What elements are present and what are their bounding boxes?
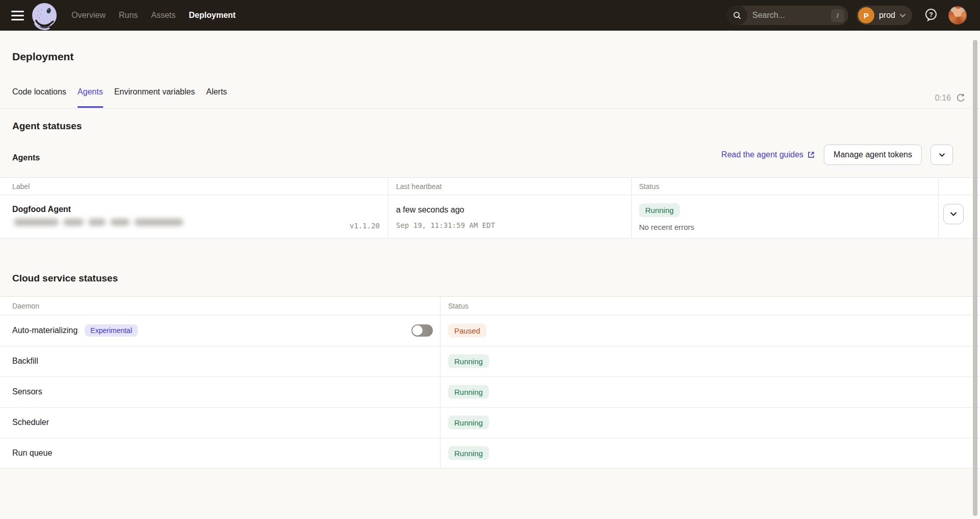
refresh-button[interactable] xyxy=(956,93,966,103)
agent-guides-link-label: Read the agent guides xyxy=(721,150,803,159)
daemon-name: Auto-materializing xyxy=(12,326,78,335)
vertical-scrollbar[interactable] xyxy=(973,40,977,516)
page-title: Deployment xyxy=(12,51,74,63)
tab-agents[interactable]: Agents xyxy=(78,87,103,108)
agents-table: Label Last heartbeat Status Dogfood Agen… xyxy=(0,177,980,239)
daemon-status-badge: Paused xyxy=(448,324,486,338)
tab-environment-variables[interactable]: Environment variables xyxy=(114,87,195,108)
org-switcher[interactable]: P prod xyxy=(856,6,912,25)
agent-actions: Read the agent guides Manage agent token… xyxy=(721,145,953,165)
help-button[interactable]: ? xyxy=(924,8,938,23)
daemon-row-run-queue: Run queue Running xyxy=(0,438,980,468)
chevron-down-icon xyxy=(950,212,957,216)
search-shortcut-key: / xyxy=(831,9,844,22)
manage-agent-tokens-button[interactable]: Manage agent tokens xyxy=(824,145,922,165)
daemon-name: Backfill xyxy=(12,357,38,366)
agent-status-badge: Running xyxy=(639,203,680,217)
agent-guides-link[interactable]: Read the agent guides xyxy=(721,150,815,159)
agent-actions-menu-button[interactable] xyxy=(930,145,953,165)
deployment-page: Overview Runs Assets Deployment Search..… xyxy=(0,0,980,519)
agent-heartbeat-relative: a few seconds ago xyxy=(396,205,464,215)
nav-item-assets[interactable]: Assets xyxy=(151,11,176,20)
agent-version: v1.1.20 xyxy=(286,222,380,230)
daemon-name: Sensors xyxy=(12,387,42,396)
agent-heartbeat-timestamp: Sep 19, 11:31:59 AM EDT xyxy=(396,221,495,229)
top-navbar: Overview Runs Assets Deployment Search..… xyxy=(0,0,980,31)
org-name: prod xyxy=(879,11,895,20)
daemon-status-badge: Running xyxy=(448,446,489,460)
caret-down-icon xyxy=(939,153,945,157)
col-header-daemon: Daemon xyxy=(12,302,39,310)
experimental-badge: Experimental xyxy=(85,324,138,337)
daemon-name: Scheduler xyxy=(12,418,49,427)
daemon-row-scheduler: Scheduler Running xyxy=(0,407,980,438)
chevron-down-icon xyxy=(900,14,905,17)
col-header-status: Status xyxy=(639,182,659,191)
agents-table-title: Agents xyxy=(12,153,40,162)
nav-item-overview[interactable]: Overview xyxy=(71,11,106,20)
navbar-right: Search... / P prod ? xyxy=(727,6,967,25)
menu-button[interactable] xyxy=(11,11,24,20)
search-input[interactable]: Search... / xyxy=(727,6,848,25)
daemon-status-badge: Running xyxy=(448,385,489,399)
col-header-label: Label xyxy=(12,182,30,191)
cloud-services-table: Daemon Status Auto-materializing Experim… xyxy=(0,296,980,468)
auto-materializing-toggle[interactable] xyxy=(411,324,433,337)
dagster-logo[interactable] xyxy=(31,2,58,31)
agent-id-redacted xyxy=(14,219,183,226)
help-icon: ? xyxy=(924,8,938,23)
col-header-last-heartbeat: Last heartbeat xyxy=(396,182,442,191)
search-placeholder: Search... xyxy=(752,11,785,20)
tab-alerts[interactable]: Alerts xyxy=(206,87,227,108)
svg-text:?: ? xyxy=(929,11,933,18)
refresh-countdown: 0:16 xyxy=(935,93,951,103)
nav-item-runs[interactable]: Runs xyxy=(119,11,138,20)
daemon-row-auto-materializing: Auto-materializing Experimental Paused xyxy=(0,315,980,346)
refresh-area: 0:16 xyxy=(935,93,966,103)
deployment-tabs: Code locations Agents Environment variab… xyxy=(12,87,227,108)
dagster-octopus-icon xyxy=(31,2,58,31)
external-link-icon xyxy=(807,151,815,159)
daemon-row-sensors: Sensors Running xyxy=(0,376,980,407)
daemon-row-backfill: Backfill Running xyxy=(0,346,980,376)
user-avatar[interactable] xyxy=(948,6,967,25)
main-nav: Overview Runs Assets Deployment xyxy=(71,11,236,20)
col-header-status: Status xyxy=(448,302,469,310)
nav-item-deployment[interactable]: Deployment xyxy=(189,11,236,20)
daemon-status-badge: Running xyxy=(448,355,489,368)
search-icon xyxy=(727,6,747,25)
org-avatar: P xyxy=(858,7,874,23)
agent-name[interactable]: Dogfood Agent xyxy=(12,205,71,214)
agent-statuses-heading: Agent statuses xyxy=(12,121,82,132)
daemon-status-badge: Running xyxy=(448,416,489,430)
cloud-table-header: Daemon Status xyxy=(0,297,980,315)
daemon-name: Run queue xyxy=(12,449,52,458)
agent-errors-note: No recent errors xyxy=(639,223,694,231)
cloud-statuses-heading: Cloud service statuses xyxy=(12,273,118,284)
agent-row-expand-button[interactable] xyxy=(943,204,964,224)
refresh-icon xyxy=(956,93,966,103)
tab-code-locations[interactable]: Code locations xyxy=(12,87,66,108)
tabs-divider xyxy=(0,108,980,109)
